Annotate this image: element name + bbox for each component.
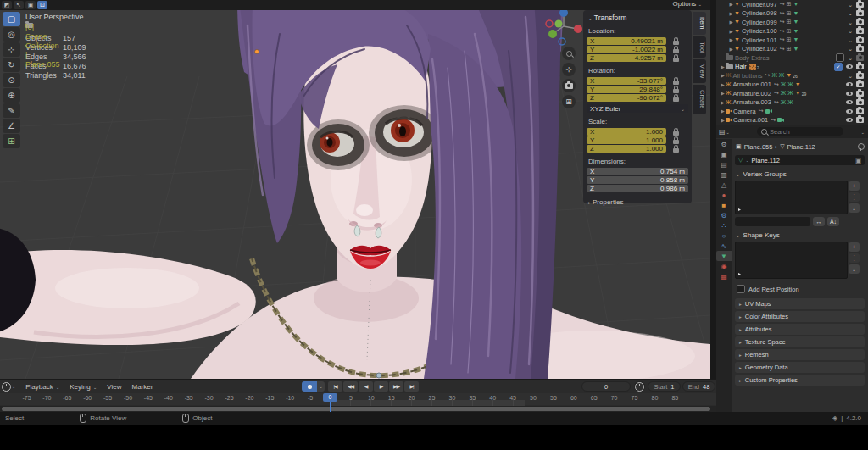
eye-open-icon[interactable] [846,118,853,122]
eye-closed-icon[interactable]: ⌄ [848,29,853,33]
vertex-groups-list[interactable]: + ⋮ ⌄ [735,181,848,214]
collection-checkbox[interactable]: ✓ [834,63,843,71]
n-panel-tab-item[interactable]: Item [693,12,706,35]
outliner-row[interactable]: ▶▼Cylinder.102↪⊞▼⌄ [716,45,868,54]
move-tool-button[interactable]: ⊹ [3,42,20,57]
properties-tab-object-data[interactable]: ▼ [716,251,732,261]
eye-open-icon[interactable] [846,109,853,114]
section-remesh[interactable]: ▸Remesh [735,349,865,360]
rotate-tool-button[interactable]: ↻ [3,58,20,72]
vertex-group-more-button[interactable]: ⌄ [849,203,860,213]
timeline-menu-marker[interactable]: Marker [132,383,153,391]
lock-icon[interactable] [673,81,679,85]
breadcrumb-data[interactable]: Plane.112 [787,143,815,151]
expander-icon[interactable]: ▶ [720,100,726,105]
editor-type-icon[interactable]: ◩ [2,1,12,9]
play-reverse-button[interactable]: ◀ [359,381,373,392]
expander-icon[interactable]: ▶ [720,64,726,69]
auto-keying-button[interactable] [302,381,317,392]
lock-icon[interactable] [673,148,679,153]
expander-icon[interactable]: ▶ [720,108,726,114]
properties-tab-modifiers[interactable]: ⚙ [716,210,732,220]
expander-icon[interactable]: ▶ [728,2,734,7]
invert-filter-button[interactable]: ↔ [813,217,825,226]
eye-open-icon[interactable] [846,64,853,69]
properties-tab-render[interactable]: ▣ [716,149,732,159]
active-tool-icon[interactable]: ⊡ [37,1,47,9]
outliner-row[interactable]: ▶▼Cylinder.098↪⊞▼⌄ [716,9,868,19]
render-visibility-icon[interactable] [856,108,864,114]
render-visibility-icon[interactable] [856,28,864,34]
outliner-row[interactable]: ▶▼Cylinder.097↪⊞▼⌄ [716,0,868,9]
vertex-group-specials-button[interactable]: ⋮ [849,192,860,202]
filter-input[interactable] [735,217,810,226]
render-visibility-icon[interactable] [856,46,864,52]
zoom-button[interactable] [562,47,576,60]
outliner-row[interactable]: ▶▼Cylinder.100↪⊞▼⌄ [716,27,868,36]
annotate-tool-button[interactable]: ✎ [3,103,20,118]
lock-icon[interactable] [673,49,679,53]
outliner-row[interactable]: ▶Hair2✓ [716,63,868,72]
n-panel-tab-create[interactable]: Create [693,85,706,114]
expander-icon[interactable]: ▶ [720,73,726,78]
scale-x-field[interactable]: X1.000 [587,128,666,136]
vertex-groups-header[interactable]: ⌄Vertex Groups [732,165,868,178]
properties-tab-particles[interactable]: ∴ [716,220,732,231]
render-visibility-icon[interactable] [856,55,864,61]
eye-closed-icon[interactable]: ⌄ [848,47,853,51]
properties-tab-physics[interactable]: ○ [716,231,732,241]
render-visibility-icon[interactable] [856,10,864,16]
outliner-row[interactable]: ▶▼Cylinder.099↪⊞▼⌄ [716,18,868,27]
rotation-x-field[interactable]: X-33.077° [587,77,666,85]
add-shape-key-button[interactable]: + [849,242,860,252]
properties-tab-texture[interactable]: ▦ [716,271,732,281]
shape-keys-header[interactable]: ⌄Shape Keys [732,226,868,239]
transform-tool-button[interactable]: ⊕ [3,88,20,103]
lock-icon[interactable] [673,58,679,62]
lock-icon[interactable] [673,41,679,45]
expander-icon[interactable]: ▶ [728,37,734,42]
outliner-row[interactable]: ▶Camera↪ [716,107,868,116]
add-vertex-group-button[interactable]: + [849,181,860,191]
render-visibility-icon[interactable] [856,91,864,97]
section-attributes[interactable]: ▸Attributes [735,324,865,335]
frame-end-field[interactable]: End48 [682,381,715,392]
current-frame-field[interactable]: 0 [581,381,631,392]
timeline-menu-view[interactable]: View [107,383,121,391]
shape-keys-list[interactable]: + ⋮ ⌄ [735,242,848,279]
section-uv-maps[interactable]: ▸UV Maps [735,298,865,309]
render-visibility-icon[interactable] [856,99,864,105]
measure-tool-button[interactable]: ∠ [3,119,20,133]
jump-end-button[interactable]: ▶| [404,381,419,392]
section-custom-properties[interactable]: ▸Custom Properties [735,375,865,386]
eye-open-icon[interactable] [846,82,853,86]
eye-closed-icon[interactable]: ⌄ [848,20,853,25]
editor-type-button[interactable]: ▤ ⌄ [719,128,730,136]
lock-icon[interactable] [673,131,679,136]
eye-open-icon[interactable] [846,100,853,104]
scale-z-field[interactable]: Z1.000 [587,145,666,153]
outliner-row[interactable]: Body Extras⌄ [716,53,868,63]
shape-key-more-button[interactable]: ⌄ [849,264,860,274]
lock-icon[interactable] [673,89,679,93]
snap-mode-icon[interactable]: ▣ [25,1,36,9]
transform-panel-header[interactable]: ⌄ Transform [583,10,692,22]
dimensions-z-field[interactable]: Z0.986 m [587,185,688,192]
outliner-row[interactable]: ▶ЖArmature.001↪ЖЖ▼ [716,81,868,90]
expander-icon[interactable]: ▶ [728,29,734,34]
keying-dropdown[interactable]: ⌄ [317,381,325,392]
eye-closed-icon[interactable]: ⌄ [848,56,853,60]
rotation-y-field[interactable]: Y29.848° [587,86,666,93]
use-preview-range-button[interactable] [634,381,645,392]
location-x-field[interactable]: X-0.49021 m [587,37,666,45]
location-y-field[interactable]: Y-1.0022 m [587,46,666,53]
next-keyframe-button[interactable]: ▶▶ [389,381,403,392]
panel-separator[interactable] [710,0,716,412]
pin-icon[interactable] [858,143,865,150]
jump-start-button[interactable]: |◀ [328,381,342,392]
eye-closed-icon[interactable]: ⌄ [848,3,853,7]
n-panel-tab-view[interactable]: View [693,59,706,83]
current-frame-badge[interactable]: 0 [323,393,337,402]
outliner-row[interactable]: ▶ЖArmature.003↪ЖЖ [716,98,868,108]
navigation-gizmo[interactable] [542,5,585,47]
